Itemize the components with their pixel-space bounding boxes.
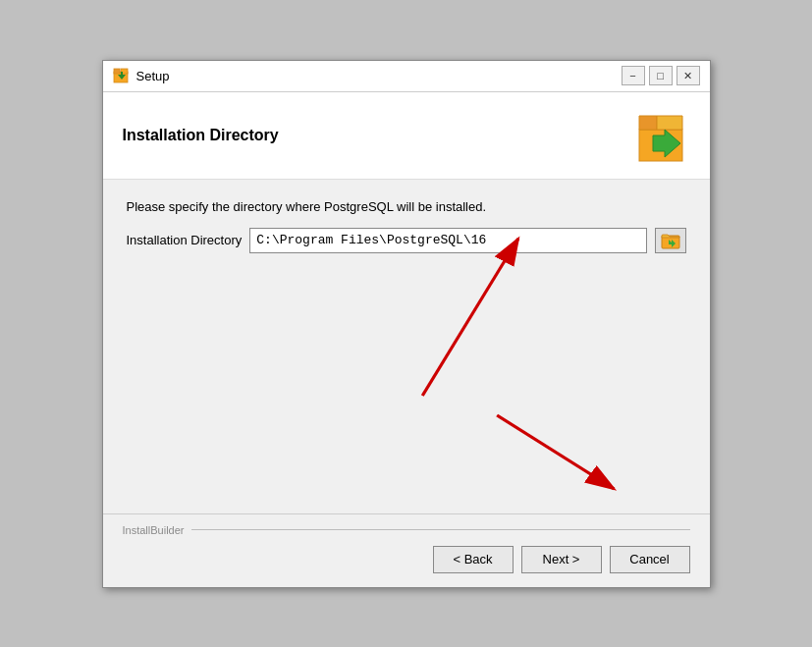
back-button[interactable]: < Back bbox=[433, 546, 514, 573]
next-button[interactable]: Next > bbox=[521, 546, 602, 573]
description-text: Please specify the directory where Postg… bbox=[127, 199, 686, 214]
folder-icon bbox=[661, 231, 680, 250]
window-title: Setup bbox=[136, 69, 170, 83]
header-icon bbox=[631, 106, 690, 165]
restore-button[interactable]: □ bbox=[649, 66, 673, 85]
content-section: Please specify the directory where Postg… bbox=[103, 180, 710, 513]
svg-line-14 bbox=[497, 415, 614, 489]
svg-line-13 bbox=[422, 239, 518, 396]
box-arrow-icon bbox=[631, 106, 690, 165]
button-row: < Back Next > Cancel bbox=[123, 546, 690, 573]
svg-marker-7 bbox=[657, 116, 682, 130]
close-button[interactable]: ✕ bbox=[677, 66, 700, 85]
app-icon bbox=[113, 67, 131, 84]
browse-button[interactable] bbox=[655, 228, 686, 253]
minimize-button[interactable]: − bbox=[622, 66, 645, 85]
title-bar-controls: − □ ✕ bbox=[622, 66, 700, 85]
title-bar: Setup − □ ✕ bbox=[103, 61, 710, 92]
directory-input[interactable] bbox=[249, 228, 646, 253]
title-bar-left: Setup bbox=[113, 67, 170, 84]
svg-rect-1 bbox=[114, 69, 120, 74]
svg-rect-4 bbox=[121, 72, 123, 78]
cancel-button[interactable]: Cancel bbox=[610, 546, 690, 573]
footer-section: InstallBuilder < Back Next > Cancel bbox=[103, 513, 710, 587]
installbuilder-label: InstallBuilder bbox=[123, 524, 690, 536]
setup-window: Setup − □ ✕ Installation Directory P bbox=[102, 60, 711, 588]
header-section: Installation Directory bbox=[103, 92, 710, 180]
field-row: Installation Directory bbox=[127, 228, 686, 253]
svg-marker-6 bbox=[639, 116, 657, 130]
field-label: Installation Directory bbox=[127, 233, 243, 247]
page-title: Installation Directory bbox=[123, 127, 279, 144]
